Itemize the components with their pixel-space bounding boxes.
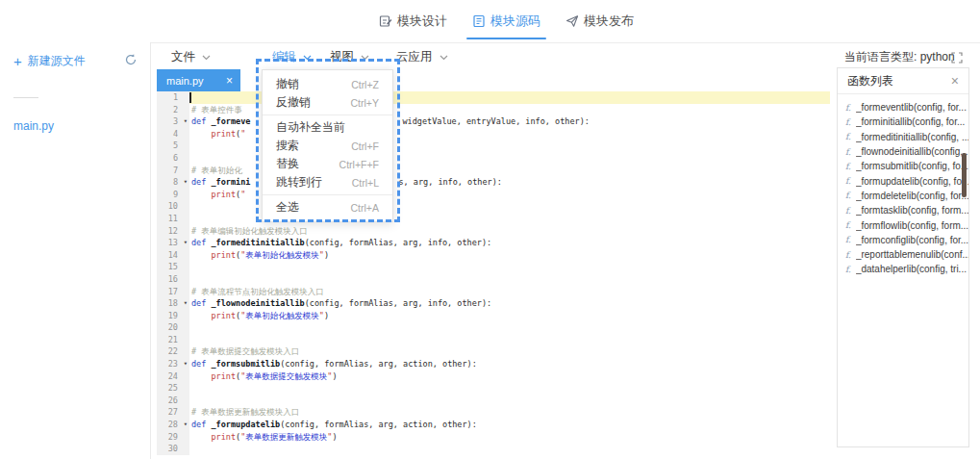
code-line: 12# 表单编辑初始化触发模块入口: [157, 225, 830, 238]
code-line: 16: [157, 273, 830, 286]
code-token: ": [240, 190, 245, 199]
function-icon: f.: [845, 206, 851, 216]
line-number: 24: [168, 370, 178, 383]
menu-item-shortcut: Ctrl+A: [351, 202, 379, 214]
code-token: def: [191, 298, 211, 308]
code-token: # 表单初始化: [191, 166, 242, 175]
edit-menu-item-3[interactable]: 搜索Ctrl+F: [263, 137, 392, 155]
code-token: (config, formAlias, arg, info, other):: [305, 298, 491, 308]
code-line: 20: [157, 321, 830, 334]
fold-icon[interactable]: ▾: [184, 237, 188, 249]
fold-icon[interactable]: ▾: [184, 419, 188, 431]
line-gutter: 18▾: [157, 297, 189, 310]
menubar-item-1[interactable]: 编辑: [272, 49, 312, 65]
fold-icon[interactable]: ▾: [184, 297, 188, 310]
refresh-icon[interactable]: [124, 53, 138, 70]
code-text: # 表单流程节点初始化触发模块入口: [189, 286, 830, 298]
sidebar-file-mainpy[interactable]: main.py: [13, 119, 54, 133]
code-line: 10: [157, 200, 830, 213]
line-number: 12: [168, 225, 178, 238]
edit-menu-item-0[interactable]: 撤销Ctrl+Z: [263, 75, 392, 93]
function-list-item[interactable]: f._formflowlib(config, form...: [845, 217, 968, 232]
code-line: 5: [157, 140, 830, 152]
function-list-panel: 函数列表 × f._formeventlib(config, for...f._…: [837, 67, 969, 447]
code-line: 4 print(": [157, 128, 830, 140]
line-gutter: 14: [157, 249, 189, 262]
menu-item-shortcut: Ctrl+F: [351, 140, 379, 152]
tab-label: 模块源码: [490, 13, 540, 30]
chevron-down-icon: [361, 55, 369, 61]
function-name: _formeditinitiallib(config, ...: [856, 132, 968, 142]
menu-divider: [263, 194, 392, 195]
code-token: _formeve: [211, 116, 250, 126]
line-number: 21: [168, 334, 178, 346]
menu-item-shortcut: Ctrl+L: [352, 177, 379, 189]
code-line: 13▾def _formeditinitiallib(config, formA…: [157, 237, 830, 249]
function-list-item[interactable]: f._formupdatelib(config, fo...: [845, 173, 968, 188]
line-number: 27: [168, 406, 178, 419]
scrollbar-thumb[interactable]: [962, 153, 967, 197]
code-token: ): [332, 371, 337, 381]
code-token: widgetValue, entryValue, info, other):: [402, 116, 589, 126]
edit-menu-item-2[interactable]: 自动补全当前: [263, 118, 392, 137]
function-name: _formupdatelib(config, fo...: [856, 176, 968, 187]
edit-menu-item-5[interactable]: 跳转到行Ctrl+L: [263, 173, 392, 191]
code-line: 2# 表单控件事: [157, 104, 830, 116]
code-token: _formeditinitiallib: [211, 238, 304, 247]
edit-menu-item-4[interactable]: 替换Ctrl+F+F: [263, 155, 392, 173]
tab-label: 模块设计: [397, 13, 447, 30]
line-number: 6: [173, 152, 178, 165]
function-list-item[interactable]: f._formsubmitlib(config, fo...: [845, 159, 968, 173]
code-token: print: [211, 311, 236, 320]
new-source-file-button[interactable]: + 新建源文件: [13, 53, 86, 69]
editor-tab-mainpy[interactable]: main.py ×: [157, 69, 240, 91]
code-token: [191, 432, 211, 442]
function-list-item[interactable]: f._flownodeinitiallib(config,...: [845, 144, 968, 159]
function-list-item[interactable]: f._formeditinitiallib(config, ...: [845, 130, 968, 144]
function-icon: f.: [845, 176, 851, 186]
menubar-item-0[interactable]: 文件: [171, 49, 211, 65]
fullscreen-icon[interactable]: [951, 50, 963, 67]
function-list-item[interactable]: f._formdeletelib(config, for...: [845, 189, 968, 203]
menubar-item-3[interactable]: 云应用: [396, 49, 448, 65]
line-gutter: 25: [157, 382, 189, 395]
code-editor[interactable]: 12# 表单控件事3▾def _formevewidgetValue, entr…: [157, 91, 830, 459]
line-number: 7: [173, 165, 178, 177]
code-token: _formupdatelib: [211, 420, 280, 429]
code-line: 15: [157, 261, 830, 273]
code-token: _formsubmitlib: [211, 359, 280, 369]
language-type-bar: 当前语言类型: python: [844, 49, 955, 65]
function-list-item[interactable]: f._datahelperlib(config, tri...: [845, 262, 968, 276]
code-line: 17# 表单流程节点初始化触发模块入口: [157, 286, 830, 298]
line-gutter: 5: [157, 140, 189, 152]
fold-icon[interactable]: ▾: [184, 176, 188, 189]
function-icon: f.: [845, 220, 851, 230]
menu-item-label: 撤销: [276, 76, 299, 92]
function-list-header: 函数列表 ×: [838, 68, 968, 94]
tab-module-design[interactable]: 模块设计: [379, 0, 447, 42]
line-gutter: 10: [157, 200, 189, 213]
tab-module-source[interactable]: 模块源码: [472, 0, 540, 42]
edit-menu-item-1[interactable]: 反撤销Ctrl+Y: [263, 93, 392, 112]
line-gutter: 24: [157, 370, 189, 383]
close-icon[interactable]: ×: [951, 74, 959, 88]
function-icon: f.: [845, 117, 851, 127]
code-token: [191, 129, 211, 139]
code-token: # 表单流程节点初始化触发模块入口: [191, 287, 324, 296]
function-list-item[interactable]: f._reporttablemenulib(conf...: [845, 247, 968, 262]
function-list-item[interactable]: f._formeventlib(config, for...: [845, 100, 968, 115]
close-icon[interactable]: ×: [226, 75, 233, 87]
tab-module-publish[interactable]: 模块发布: [565, 0, 634, 42]
code-token: print: [211, 190, 236, 199]
code-token: print: [211, 371, 236, 381]
function-list-item[interactable]: f._formconfiglib(config, for...: [845, 233, 968, 247]
function-list-item[interactable]: f._forminitiallib(config, for...: [845, 115, 968, 129]
line-gutter: 17: [157, 286, 189, 298]
fold-icon[interactable]: ▾: [184, 358, 188, 370]
code-token: (config, formAlias, arg, action, other):: [280, 420, 477, 429]
fold-icon[interactable]: ▾: [184, 115, 188, 128]
function-list-item[interactable]: f._formtasklib(config, form...: [845, 203, 968, 217]
edit-menu-item-6[interactable]: 全选Ctrl+A: [263, 198, 392, 217]
menubar-item-2[interactable]: 视图: [330, 49, 369, 65]
function-icon: f.: [845, 250, 851, 260]
